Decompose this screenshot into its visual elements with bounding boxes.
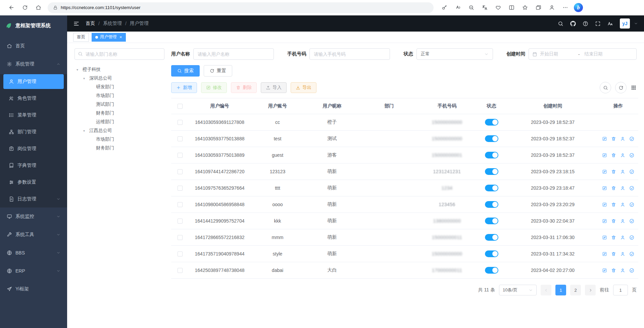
favorites-icon[interactable] <box>518 2 532 13</box>
sidebar-item-home[interactable]: 首页 <box>0 37 67 55</box>
row-reset-password-button[interactable] <box>620 186 625 191</box>
row-reset-password-button[interactable] <box>620 219 625 224</box>
zoom-icon[interactable] <box>464 2 478 13</box>
sidebar-item-erp[interactable]: ERP <box>0 262 67 280</box>
user-avatar[interactable]: yJ <box>620 18 630 29</box>
page-button-1[interactable]: 1 <box>555 285 566 295</box>
row-delete-button[interactable] <box>611 219 616 224</box>
collapse-sidebar-icon[interactable] <box>73 20 80 27</box>
breadcrumb-item[interactable]: 系统管理 <box>103 20 122 27</box>
row-delete-button[interactable] <box>611 136 616 141</box>
row-reset-password-button[interactable] <box>620 268 625 273</box>
status-toggle[interactable] <box>485 267 498 274</box>
status-toggle[interactable] <box>485 250 498 257</box>
browser-essentials-icon[interactable] <box>491 2 505 13</box>
header-search-icon[interactable] <box>558 21 563 27</box>
status-toggle[interactable] <box>485 234 498 241</box>
page-size-select[interactable]: 10条/页 <box>499 285 537 295</box>
row-delete-button[interactable] <box>611 186 616 191</box>
edit-button[interactable]: 修改 <box>201 82 227 93</box>
password-key-icon[interactable] <box>438 2 451 13</box>
delete-button[interactable]: 删除 <box>231 82 257 93</box>
tree-node[interactable]: 测试部门 <box>75 100 164 109</box>
row-edit-button[interactable] <box>602 202 607 207</box>
toggle-search-button[interactable] <box>600 82 611 93</box>
tree-node[interactable]: 运维部门 <box>75 118 164 126</box>
date-range-picker[interactable]: 开始日期 - 结束日期 <box>529 48 637 60</box>
row-checkbox[interactable] <box>178 235 183 240</box>
sidebar-item-user-management[interactable]: 用户管理 <box>3 74 64 89</box>
read-aloud-icon[interactable] <box>451 2 464 13</box>
tab-user-management[interactable]: 用户管理× <box>92 33 126 42</box>
row-edit-button[interactable] <box>602 268 607 273</box>
row-reset-password-button[interactable] <box>620 169 625 174</box>
copilot-icon[interactable]: b <box>574 3 583 12</box>
status-toggle[interactable] <box>485 185 498 191</box>
row-delete-button[interactable] <box>611 268 616 273</box>
row-assign-role-button[interactable] <box>629 219 634 224</box>
translate-icon[interactable] <box>478 2 491 13</box>
tab-close-icon[interactable]: × <box>119 35 122 40</box>
sidebar-item-yi-framework[interactable]: Yi框架 <box>0 280 67 298</box>
sidebar-item-dict-management[interactable]: 字典管理 <box>0 157 67 174</box>
github-icon[interactable] <box>570 21 576 27</box>
row-checkbox[interactable] <box>178 186 183 191</box>
breadcrumb-item[interactable]: 用户管理 <box>130 20 149 27</box>
status-toggle[interactable] <box>485 119 498 126</box>
row-reset-password-button[interactable] <box>620 153 625 158</box>
add-button[interactable]: 新增 <box>171 82 197 93</box>
row-assign-role-button[interactable] <box>629 202 634 207</box>
row-reset-password-button[interactable] <box>620 235 625 240</box>
select-all-checkbox[interactable] <box>178 104 183 109</box>
row-edit-button[interactable] <box>602 136 607 141</box>
row-checkbox[interactable] <box>178 268 183 273</box>
row-checkbox[interactable] <box>178 136 183 141</box>
row-assign-role-button[interactable] <box>629 186 634 191</box>
status-toggle[interactable] <box>485 152 498 158</box>
row-assign-role-button[interactable] <box>629 136 634 141</box>
dept-search-input[interactable] <box>75 48 164 60</box>
status-toggle[interactable] <box>485 168 498 175</box>
search-button[interactable]: 搜索 <box>171 65 200 77</box>
column-settings-button[interactable] <box>631 85 637 91</box>
tree-node[interactable]: ▾橙子科技 <box>75 65 164 74</box>
sidebar-item-system-management[interactable]: 系统管理 <box>0 55 67 73</box>
sidebar-item-param-settings[interactable]: 参数设置 <box>0 174 67 191</box>
prev-page-button[interactable] <box>541 285 551 295</box>
tree-node[interactable]: 市场部门 <box>75 135 164 144</box>
browser-refresh-button[interactable] <box>18 2 32 13</box>
row-assign-role-button[interactable] <box>629 153 634 158</box>
row-edit-button[interactable] <box>602 169 607 174</box>
row-assign-role-button[interactable] <box>629 268 634 273</box>
row-edit-button[interactable] <box>602 153 607 158</box>
avatar-dropdown-icon[interactable] <box>634 21 638 26</box>
row-checkbox[interactable] <box>178 120 183 125</box>
more-menu-icon[interactable] <box>558 2 572 13</box>
page-button-2[interactable]: 2 <box>570 285 581 295</box>
tree-node[interactable]: 市场部门 <box>75 91 164 100</box>
refresh-table-button[interactable] <box>615 82 627 93</box>
sidebar-item-dept-management[interactable]: 部门管理 <box>0 124 67 140</box>
row-edit-button[interactable] <box>602 219 607 224</box>
tree-node[interactable]: 财务部门 <box>75 144 164 152</box>
sidebar-item-role-management[interactable]: 角色管理 <box>0 90 67 107</box>
address-bar[interactable]: https://ccnetcore.com:1101/system/user <box>48 2 434 13</box>
browser-back-button[interactable] <box>5 2 18 13</box>
row-checkbox[interactable] <box>178 202 183 207</box>
sidebar-item-log-management[interactable]: 日志管理 <box>0 191 67 207</box>
row-checkbox[interactable] <box>178 219 183 224</box>
help-icon[interactable] <box>583 21 588 27</box>
row-edit-button[interactable] <box>602 235 607 240</box>
import-button[interactable]: 导入 <box>261 82 287 93</box>
row-assign-role-button[interactable] <box>629 169 634 174</box>
fullscreen-icon[interactable] <box>595 21 601 27</box>
sidebar-item-system-monitor[interactable]: 系统监控 <box>0 207 67 226</box>
status-toggle[interactable] <box>485 201 498 208</box>
sidebar-item-system-tools[interactable]: 系统工具 <box>0 226 67 244</box>
profile-avatar-icon[interactable] <box>545 2 558 13</box>
row-checkbox[interactable] <box>178 251 183 256</box>
browser-home-button[interactable] <box>32 2 45 13</box>
row-delete-button[interactable] <box>611 153 616 158</box>
next-page-button[interactable] <box>585 285 596 295</box>
row-reset-password-button[interactable] <box>620 136 625 141</box>
